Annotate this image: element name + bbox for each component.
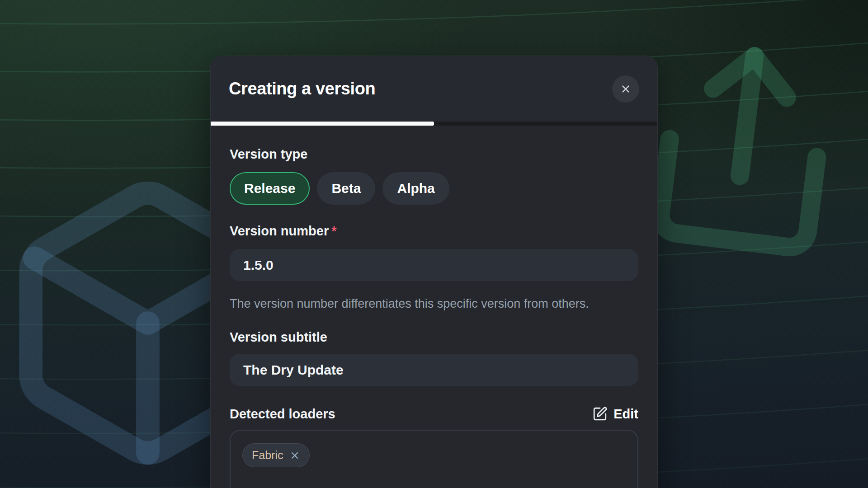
close-button[interactable] (612, 75, 639, 103)
detected-loaders-box: Fabric (230, 430, 638, 488)
progress-fill (211, 122, 434, 126)
version-subtitle-input[interactable] (230, 354, 638, 386)
version-subtitle-label: Version subtitle (230, 329, 638, 345)
version-type-option-beta[interactable]: Beta (317, 172, 375, 205)
version-type-option-release[interactable]: Release (230, 172, 310, 205)
modal-body: Version type Release Beta Alpha Version … (211, 126, 657, 488)
version-type-options: Release Beta Alpha (230, 172, 638, 205)
version-type-option-alpha[interactable]: Alpha (382, 172, 449, 205)
chip-remove-button[interactable] (289, 450, 300, 461)
detected-loaders-label: Detected loaders (230, 406, 335, 422)
version-number-input[interactable] (230, 249, 638, 281)
create-version-modal: Creating a version Version type Release … (210, 56, 658, 488)
loader-chip-fabric: Fabric (242, 443, 310, 467)
chip-remove-x-icon (289, 450, 300, 461)
version-number-help: The version number differentiates this s… (230, 293, 618, 314)
detected-loaders-row: Detected loaders Edit (230, 406, 638, 422)
version-number-label: Version number* (230, 223, 638, 239)
modal-header: Creating a version (211, 56, 657, 122)
edit-label: Edit (613, 407, 638, 422)
version-type-label: Version type (230, 146, 638, 162)
square-pen-icon (592, 406, 608, 422)
progress-bar (211, 122, 657, 126)
modal-title: Creating a version (229, 79, 375, 99)
edit-loaders-button[interactable]: Edit (592, 406, 638, 422)
loader-chip-label: Fabric (252, 449, 283, 462)
version-number-label-text: Version number (230, 224, 329, 238)
close-icon (620, 83, 632, 95)
screen: Creating a version Version type Release … (0, 0, 868, 488)
required-asterisk: * (331, 224, 336, 238)
